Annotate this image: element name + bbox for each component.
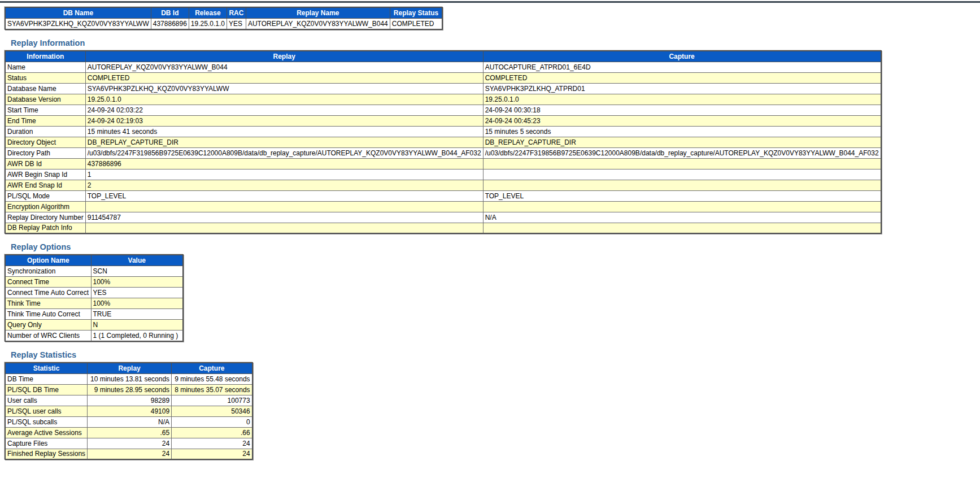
table-cell: Directory Object — [5, 137, 85, 147]
replay-information-heading: Replay Information — [11, 38, 975, 47]
table-cell: DB Replay Patch Info — [5, 223, 85, 233]
column-header: Replay — [88, 363, 172, 374]
table-cell: 24-09-24 02:19:03 — [85, 115, 483, 126]
table-row: Encryption Algorithm — [5, 201, 881, 212]
table-row: Directory ObjectDB_REPLAY_CAPTURE_DIRDB_… — [5, 137, 881, 147]
table-cell — [85, 201, 483, 212]
column-header: Replay — [85, 51, 483, 62]
table-cell: PL/SQL user calls — [5, 406, 88, 416]
table-row: Replay Directory Number911454787N/A — [5, 212, 881, 223]
table-cell: 19.25.0.1.0 — [483, 94, 881, 105]
table-cell: 1 (1 Completed, 0 Running ) — [91, 331, 183, 341]
table-row: SynchronizationSCN — [5, 266, 183, 277]
table-row: Directory Path/u03/dbfs/2247F319856B9725… — [5, 147, 881, 158]
table-cell: 24 — [88, 438, 172, 449]
table-cell: 10 minutes 13.81 seconds — [88, 373, 172, 384]
table-cell — [483, 180, 881, 190]
table-cell: 1 — [85, 169, 483, 180]
table-cell: 100773 — [172, 395, 252, 406]
table-cell: Status — [5, 72, 85, 83]
table-row: DB Time10 minutes 13.81 seconds9 minutes… — [5, 373, 252, 384]
table-cell: Database Version — [5, 94, 85, 105]
table-cell: PL/SQL Mode — [5, 190, 85, 201]
table-cell: 15 minutes 5 seconds — [483, 126, 881, 137]
table-cell — [483, 201, 881, 212]
table-cell: YES — [227, 19, 246, 29]
table-row: Average Active Sessions.65.66 — [5, 427, 252, 438]
table-row: Number of WRC Clients1 (1 Completed, 0 R… — [5, 331, 183, 341]
table-cell: 19.25.0.1.0 — [189, 19, 227, 29]
table-cell: Number of WRC Clients — [5, 331, 91, 341]
table-cell: AWR DB Id — [5, 158, 85, 169]
table-row: SYA6VPHK3PZLKHQ_KQZ0V0VY83YYALWW43788689… — [5, 19, 442, 29]
table-cell: 0 — [172, 416, 252, 427]
table-cell: 98289 — [88, 395, 172, 406]
table-cell: PL/SQL subcalls — [5, 416, 88, 427]
table-row: PL/SQL subcallsN/A0 — [5, 416, 252, 427]
table-row: Database NameSYA6VPHK3PZLKHQ_KQZ0V0VY83Y… — [5, 83, 881, 94]
table-cell: 24-09-24 02:03:22 — [85, 105, 483, 115]
table-cell: 24 — [172, 438, 252, 449]
column-header: Value — [91, 255, 183, 266]
table-row: NameAUTOREPLAY_KQZ0V0VY83YYALWW_B044AUTO… — [5, 62, 881, 72]
column-header: Information — [5, 51, 85, 62]
table-cell: Duration — [5, 126, 85, 137]
table-row: AWR Begin Snap Id1 — [5, 169, 881, 180]
table-cell: AUTOREPLAY_KQZ0V0VY83YYALWW_B044 — [85, 62, 483, 72]
table-cell: DB_REPLAY_CAPTURE_DIR — [483, 137, 881, 147]
table-cell: Connect Time — [5, 277, 91, 288]
table-cell: Replay Directory Number — [5, 212, 85, 223]
table-cell — [483, 223, 881, 233]
table-row: PL/SQL ModeTOP_LEVELTOP_LEVEL — [5, 190, 881, 201]
table-cell: 9 minutes 55.48 seconds — [172, 373, 252, 384]
replay-options-table: Option NameValueSynchronizationSCNConnec… — [5, 254, 184, 342]
table-cell: 24-09-24 00:45:23 — [483, 115, 881, 126]
replay-statistics-table: StatisticReplayCaptureDB Time10 minutes … — [5, 362, 253, 460]
column-header: Replay Status — [390, 7, 442, 19]
header-row: StatisticReplayCapture — [5, 363, 252, 374]
table-cell: N/A — [483, 212, 881, 223]
table-row: End Time24-09-24 02:19:0324-09-24 00:45:… — [5, 115, 881, 126]
table-cell: 24 — [172, 449, 252, 459]
table-cell: 100% — [91, 298, 183, 309]
table-cell: 24-09-24 00:30:18 — [483, 105, 881, 115]
replay-options-heading: Replay Options — [11, 242, 975, 251]
table-cell: User calls — [5, 395, 88, 406]
table-row: AWR End Snap Id2 — [5, 180, 881, 190]
table-cell: N/A — [88, 416, 172, 427]
table-row: PL/SQL DB Time9 minutes 28.95 seconds8 m… — [5, 384, 252, 395]
table-cell: Encryption Algorithm — [5, 201, 85, 212]
table-cell: Finished Replay Sessions — [5, 449, 88, 459]
table-cell: 50346 — [172, 406, 252, 416]
table-cell: SCN — [91, 266, 183, 277]
table-cell: 8 minutes 35.07 seconds — [172, 384, 252, 395]
table-cell: .65 — [88, 427, 172, 438]
table-cell: 2 — [85, 180, 483, 190]
table-cell: 437886896 — [85, 158, 483, 169]
table-cell: Query Only — [5, 320, 91, 331]
table-cell: Start Time — [5, 105, 85, 115]
table-cell: 9 minutes 28.95 seconds — [88, 384, 172, 395]
table-cell: Average Active Sessions — [5, 427, 88, 438]
table-cell: COMPLETED — [85, 72, 483, 83]
table-cell: AUTOCAPTURE_ATPRD01_6E4D — [483, 62, 881, 72]
header-row: Option NameValue — [5, 255, 183, 266]
column-header: Release — [189, 7, 227, 19]
db-summary-table: DB NameDB IdReleaseRACReplay NameReplay … — [5, 7, 443, 30]
column-header: DB Id — [151, 7, 189, 19]
table-cell: Capture Files — [5, 438, 88, 449]
table-cell: TRUE — [91, 309, 183, 320]
table-cell: SYA6VPHK3PZLKHQ_ATPRD01 — [483, 83, 881, 94]
table-cell: Directory Path — [5, 147, 85, 158]
table-cell — [85, 223, 483, 233]
table-cell: SYA6VPHK3PZLKHQ_KQZ0V0VY83YYALWW — [85, 83, 483, 94]
table-cell: /u03/dbfs/2247F319856B9725E0639C12000A80… — [483, 147, 881, 158]
header-row: InformationReplayCapture — [5, 51, 881, 62]
table-row: Capture Files2424 — [5, 438, 252, 449]
table-row: Query OnlyN — [5, 320, 183, 331]
table-row: Database Version19.25.0.1.019.25.0.1.0 — [5, 94, 881, 105]
table-cell: 15 minutes 41 seconds — [85, 126, 483, 137]
table-row: AWR DB Id437886896 — [5, 158, 881, 169]
column-header: Capture — [172, 363, 252, 374]
table-cell: 49109 — [88, 406, 172, 416]
